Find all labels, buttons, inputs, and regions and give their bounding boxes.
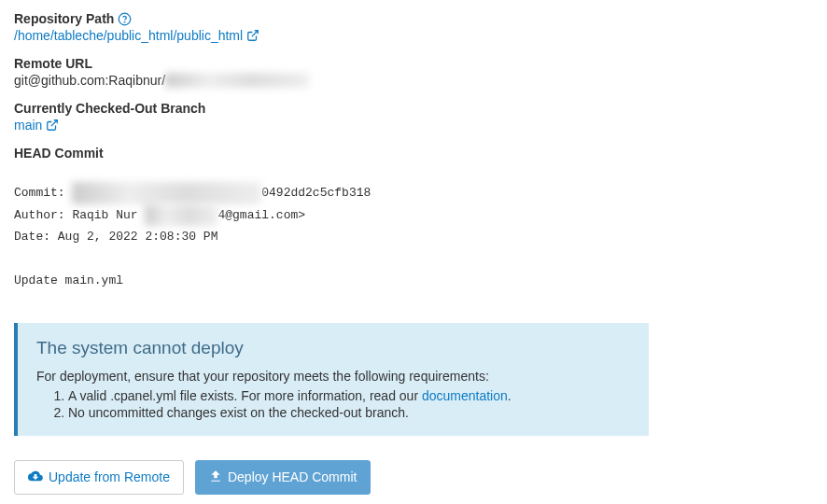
svg-line-2 bbox=[252, 31, 258, 36]
update-from-remote-button[interactable]: Update from Remote bbox=[14, 460, 184, 495]
remote-url-label-text: Remote URL bbox=[14, 56, 92, 71]
commit-message: Update main.yml bbox=[14, 273, 123, 287]
repo-path-link[interactable]: /home/tableche/public_html/public_html bbox=[14, 28, 259, 43]
alert-intro: For deployment, ensure that your reposit… bbox=[36, 368, 630, 385]
head-commit-label-text: HEAD Commit bbox=[14, 146, 104, 161]
remote-url-prefix: git@github.com:Raqibnur/ bbox=[14, 73, 165, 88]
alert-req-1-post: . bbox=[508, 388, 512, 403]
remote-url-redacted: xxxxxxxxxxxxxxxxxxxxxx bbox=[165, 73, 309, 88]
alert-req-1-pre: A valid .cpanel.yml file exists. For mor… bbox=[68, 388, 422, 403]
svg-line-3 bbox=[51, 120, 57, 126]
author-suffix: 4@gmail.com> bbox=[217, 208, 305, 222]
repo-path-text: /home/tableche/public_html/public_html bbox=[14, 28, 243, 43]
branch-text: main bbox=[14, 118, 42, 133]
branch-link[interactable]: main bbox=[14, 118, 59, 133]
alert-req-1: A valid .cpanel.yml file exists. For mor… bbox=[68, 387, 630, 404]
alert-req-2: No uncommitted changes exist on the chec… bbox=[68, 404, 630, 421]
branch-value: main bbox=[14, 118, 813, 133]
commit-sha-redacted: xxxxxxxxxxxxxxxxxxxxxxxxxx bbox=[72, 182, 261, 203]
commit-details: Commit: xxxxxxxxxxxxxxxxxxxxxxxxxx0492dd… bbox=[14, 161, 813, 291]
repo-path-value: /home/tableche/public_html/public_html bbox=[14, 28, 813, 43]
alert-title: The system cannot deploy bbox=[36, 338, 630, 358]
branch-label-text: Currently Checked-Out Branch bbox=[14, 101, 205, 116]
documentation-link[interactable]: documentation bbox=[422, 388, 508, 403]
deploy-icon bbox=[209, 469, 222, 485]
action-buttons: Update from Remote Deploy HEAD Commit bbox=[14, 460, 813, 504]
repo-path-label: Repository Path bbox=[14, 11, 813, 26]
repo-path-label-text: Repository Path bbox=[14, 11, 114, 26]
head-commit-label: HEAD Commit bbox=[14, 146, 813, 161]
cloud-download-icon bbox=[28, 469, 43, 486]
help-icon[interactable] bbox=[118, 12, 132, 26]
deploy-head-commit-button[interactable]: Deploy HEAD Commit bbox=[195, 460, 371, 495]
commit-line-prefix: Commit: bbox=[14, 186, 72, 200]
svg-point-1 bbox=[125, 21, 126, 22]
deploy-warning-alert: The system cannot deploy For deployment,… bbox=[14, 323, 649, 436]
remote-url-label: Remote URL bbox=[14, 56, 813, 71]
commit-sha-suffix: 0492dd2c5cfb318 bbox=[261, 186, 371, 200]
alert-body: For deployment, ensure that your reposit… bbox=[36, 368, 630, 421]
external-link-icon bbox=[46, 119, 59, 132]
update-button-label: Update from Remote bbox=[49, 469, 170, 484]
commit-date: Date: Aug 2, 2022 2:08:30 PM bbox=[14, 230, 217, 244]
author-line-prefix: Author: Raqib Nur bbox=[14, 208, 145, 222]
deploy-button-label: Deploy HEAD Commit bbox=[228, 469, 357, 484]
remote-url-value: git@github.com:Raqibnur/xxxxxxxxxxxxxxxx… bbox=[14, 73, 813, 88]
external-link-icon bbox=[246, 29, 259, 42]
author-redacted: xxxxxxxxxx bbox=[145, 204, 217, 226]
branch-label: Currently Checked-Out Branch bbox=[14, 101, 813, 116]
